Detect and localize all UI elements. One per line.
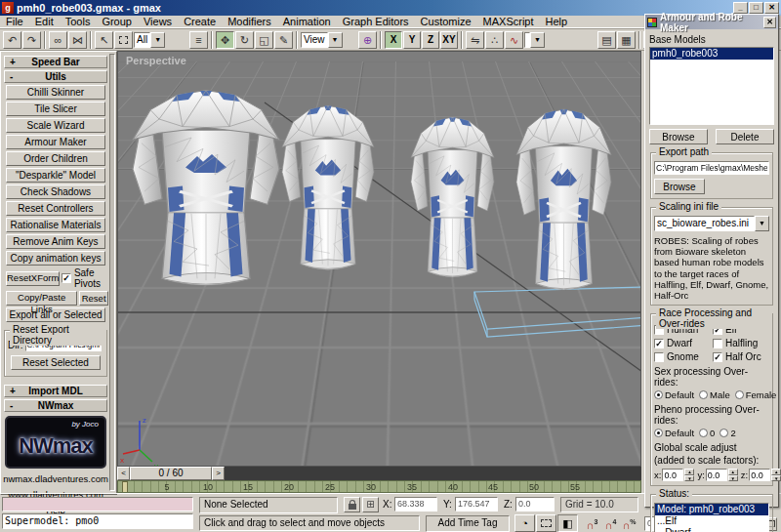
select-object-icon[interactable]: ↖ [95,31,113,49]
marquee-icon[interactable] [114,31,133,49]
percent-snap-icon[interactable]: ∩% [619,514,639,532]
list-item[interactable]: Model: pmh0_robe003 [655,504,768,515]
menu-views[interactable]: Views [138,16,178,28]
order-children-button[interactable]: Order Children [6,151,105,166]
use-center-icon[interactable]: ⊕ [358,31,377,49]
spinner-value[interactable]: 0.0 [662,469,683,481]
spin-down-icon[interactable]: ▼ [771,475,781,482]
panel-title-bar[interactable]: Armour and Robe Maker ✕ [645,15,778,29]
frame-back-button[interactable]: < [117,467,130,480]
chevron-down-icon[interactable]: ▼ [530,32,545,48]
axis-z-button[interactable]: Z [422,31,439,49]
robe-model-3[interactable] [411,117,494,277]
x-coordinate-field[interactable]: 68.338 [394,497,437,512]
robe-model-2[interactable] [282,105,374,269]
menu-maxscript[interactable]: MAXScript [477,16,540,28]
array-icon[interactable]: ∴ [485,31,504,49]
robe-model-1[interactable] [133,91,279,285]
status-list[interactable]: Model: pmh0_robe003 ...Elf ...Dwarf ...H… [654,503,769,532]
robe-model-4[interactable] [516,109,611,290]
pheno-0-radio[interactable]: 0 [699,428,715,438]
chevron-down-icon[interactable]: ▼ [150,32,165,48]
supermodel-field[interactable]: Supermodel: pmo0 [2,513,193,529]
panel-scrollbar[interactable] [109,54,115,491]
rotate-icon[interactable]: ↻ [235,31,254,49]
frame-forward-button[interactable]: > [212,467,225,480]
menu-edit[interactable]: Edit [29,16,60,28]
radio-dot[interactable] [699,429,708,437]
lock-selection-icon[interactable] [344,497,360,512]
resetxform-button[interactable]: ResetXForm [6,271,60,286]
scale-icon[interactable]: ◱ [255,31,273,49]
axis-y-button[interactable]: Y [403,31,421,49]
scale-x-spinner[interactable]: x: 0.0 ▲▼ [654,469,694,481]
rollout-speed-bar[interactable]: + Speed Bar [4,56,107,68]
copy-paste-links-button[interactable]: Copy/Paste Links [6,291,77,306]
reset-links-button[interactable]: Reset [79,291,108,306]
armour-maker-button[interactable]: Armour Maker [6,135,105,149]
menu-group[interactable]: Group [96,16,138,28]
list-item[interactable]: ...Elf [655,515,768,527]
radio-dot[interactable] [654,429,663,437]
checkbox-box[interactable]: ✓ [713,352,722,362]
snap-3d-icon[interactable]: ∩3 [582,514,602,532]
remove-anim-keys-button[interactable]: Remove Anim Keys [6,234,105,249]
link-icon[interactable]: ∞ [49,31,67,49]
race-half-orc-checkbox[interactable]: ✓ Half Orc [713,351,769,362]
menu-modifiers[interactable]: Modifiers [222,16,277,28]
scale-z-spinner[interactable]: z: 0.0 ▲▼ [741,469,781,481]
mirror-icon[interactable]: ⇋ [466,31,484,49]
browse-export-path-button[interactable]: Browse [654,179,705,194]
schematic-view-icon[interactable]: ▦ [617,31,636,49]
absolute-mode-icon[interactable]: ⊞ [362,497,379,512]
move-icon[interactable]: ✥ [216,31,234,49]
z-coordinate-field[interactable]: 0.0 [515,497,555,512]
window-crossing-icon[interactable] [536,514,556,532]
checkbox-box[interactable]: ✓ [654,339,664,348]
undo-icon[interactable]: ↶ [3,31,21,49]
spinner-value[interactable]: 0.0 [706,469,727,481]
base-models-list[interactable]: pmh0_robe003 [649,47,774,125]
race-dwarf-checkbox[interactable]: ✓ Dwarf [654,338,711,348]
select-by-name-icon[interactable]: ≡ [189,31,208,49]
redo-icon[interactable]: ↷ [22,31,41,49]
rollout-utils[interactable]: - Utils [4,70,107,83]
list-item[interactable]: ...Dwarf [655,527,768,532]
radio-dot[interactable] [654,390,663,399]
manipulate-icon[interactable]: ✎ [274,31,293,49]
reset-selected-button[interactable]: Reset Selected [11,355,101,370]
pheno-2-radio[interactable]: 2 [719,428,735,438]
chilli-skinner-button[interactable]: Chilli Skinner [6,85,105,100]
menu-tools[interactable]: Tools [60,16,97,28]
reference-coordinate-combo[interactable]: View ▼ [301,32,357,48]
time-slider-track[interactable]: < 0 / 60 > [117,467,641,480]
close-button[interactable]: ✕ [764,2,779,14]
rationalise-materials-button[interactable]: Rationalise Materials [6,218,105,232]
spinner-value[interactable]: 0.0 [749,469,770,481]
reset-controllers-button[interactable]: Reset Controllers [6,201,105,216]
chevron-down-icon[interactable]: ▼ [328,32,343,48]
delete-base-model-button[interactable]: Delete [716,129,774,144]
sex-male-radio[interactable]: Male [699,389,730,400]
menu-help[interactable]: Help [540,16,574,28]
menu-create[interactable]: Create [178,16,222,28]
radio-dot[interactable] [735,390,744,399]
add-time-tag-field[interactable]: Add Time Tag [426,515,510,532]
menu-graph-editors[interactable]: Graph Editors [337,16,415,28]
nwmax-link-1[interactable]: nwmax.dladventures.com [3,473,108,484]
track-view-icon[interactable]: ▤ [597,31,616,49]
perspective-viewport[interactable]: z x y Perspective [117,51,641,467]
race-halfling-checkbox[interactable]: Halfling [713,338,769,348]
check-shadows-button[interactable]: Check Shadows [6,184,105,199]
named-selection-combo[interactable]: ▼ [524,32,596,48]
spin-down-icon[interactable]: ▼ [684,475,694,482]
tile-slicer-button[interactable]: Tile Slicer [6,102,105,116]
axis-x-button[interactable]: X [385,31,402,49]
race-gnome-checkbox[interactable]: Gnome [654,351,711,362]
y-coordinate-field[interactable]: 176.547 [455,497,498,512]
armour-robe-maker-panel[interactable]: Armour and Robe Maker ✕ Base Models pmh0… [644,14,779,508]
track-bar-caret[interactable] [122,481,128,493]
maxscript-listener-field[interactable] [2,497,193,512]
rollout-nwmax[interactable]: - NWmax [4,399,107,412]
scaling-ini-combo[interactable]: sc_bioware_robes.ini ▼ [654,216,769,231]
